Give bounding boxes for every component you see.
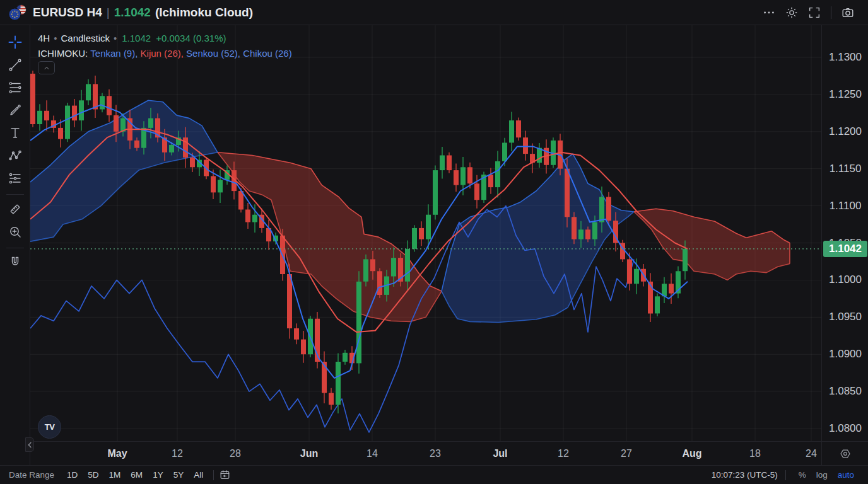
title-divider: |: [102, 6, 114, 19]
legend-last-price: 1.1042: [120, 33, 151, 43]
legend-dot: •: [50, 33, 61, 43]
time-tick: 27: [606, 442, 647, 466]
price-tick: 1.1150: [822, 162, 868, 176]
time-tick: 14: [352, 442, 392, 466]
drawing-toolbar: [0, 25, 30, 484]
legend-ichimoku-component: Chikou (26): [240, 48, 292, 59]
range-button-5d[interactable]: 5D: [83, 468, 103, 481]
time-tick: 12: [543, 442, 584, 466]
time-axis[interactable]: May1228Jun1423Jul1227Aug1824: [30, 441, 821, 465]
zoom-in-tool-icon[interactable]: [4, 221, 26, 243]
footer-divider: [213, 470, 214, 480]
camera-snapshot-icon[interactable]: [836, 4, 859, 21]
range-button-6m[interactable]: 6M: [126, 468, 148, 481]
footer-ranges: Date Range 1D5D1M6M1Y5YAll: [9, 469, 231, 481]
legend-ichimoku-component: Kijun (26),: [138, 48, 184, 59]
title-last-price: 1.1042: [114, 6, 151, 19]
time-tick: 12: [157, 442, 197, 466]
range-buttons: 1D5D1M6M1Y5YAll: [62, 470, 208, 480]
legend-indicator-row[interactable]: ICHIMOKU: Tenkan (9), Kijun (26), Senkou…: [38, 45, 292, 60]
chart-title: EURUSD H4|1.1042(Ichimoku Cloud): [33, 6, 253, 20]
tradingview-chart-app: EURUSD H4|1.1042(Ichimoku Cloud): [0, 0, 868, 484]
footer-divider: [785, 470, 786, 480]
time-tick: Jun: [289, 442, 329, 466]
quick-settings-hexagon-icon[interactable]: [838, 447, 852, 461]
legend-symbol-row[interactable]: 4H • Candlestick • 1.1042 +0.0034 (0.31%…: [38, 30, 292, 45]
symbol-name[interactable]: EURUSD H4: [33, 6, 102, 19]
fib-retracement-tool-icon[interactable]: [4, 77, 26, 98]
price-tick: 1.1200: [822, 125, 868, 139]
legend-collapse-button[interactable]: [38, 61, 55, 74]
time-tick: 28: [215, 442, 255, 466]
legend-change: +0.0034 (0.31%): [155, 33, 226, 43]
ruler-tool-icon[interactable]: [4, 199, 26, 220]
tradingview-logo[interactable]: TV: [38, 415, 61, 439]
header-actions: [758, 4, 859, 21]
toolbar-collapse-tab[interactable]: [25, 437, 34, 452]
trend-line-tool-icon[interactable]: [4, 54, 26, 76]
magnet-tool-icon[interactable]: [4, 252, 26, 274]
fullscreen-icon[interactable]: [803, 4, 826, 21]
time-tick: Aug: [672, 442, 712, 466]
legend-dot: •: [110, 33, 120, 43]
xabcd-pattern-tool-icon[interactable]: [4, 145, 26, 166]
legend-indicator-name: ICHIMOKU:: [38, 48, 88, 59]
forecast-tool-icon[interactable]: [4, 168, 26, 189]
eurusd-pair-flag-icon: [8, 4, 28, 21]
toolbar-divider: [6, 194, 24, 195]
time-tick: Jul: [480, 442, 520, 466]
date-range-label[interactable]: Date Range: [9, 470, 54, 480]
range-button-1d[interactable]: 1D: [62, 468, 83, 481]
current-price-label: 1.1042: [823, 241, 867, 257]
price-tick: 1.1100: [822, 199, 868, 213]
time-tick: 23: [415, 442, 455, 466]
footer-scales: 10:07:23 (UTC-5) % log auto: [712, 469, 859, 481]
more-options-icon[interactable]: [758, 4, 780, 21]
legend-chart-type: Candlestick: [61, 33, 110, 43]
log-scale-button[interactable]: log: [811, 469, 833, 481]
auto-scale-button[interactable]: auto: [833, 469, 859, 481]
brush-tool-icon[interactable]: [4, 100, 26, 121]
clock[interactable]: 10:07:23 (UTC-5): [712, 470, 778, 480]
chart-plot-area[interactable]: 4H • Candlestick • 1.1042 +0.0034 (0.31%…: [30, 25, 821, 441]
time-tick: May: [97, 442, 138, 466]
text-tool-icon[interactable]: [4, 122, 26, 144]
candlestick-ichimoku-chart[interactable]: [30, 25, 821, 441]
chart-legend: 4H • Candlestick • 1.1042 +0.0034 (0.31%…: [38, 30, 292, 60]
price-tick: 1.0850: [822, 384, 868, 398]
price-tick: 1.0900: [822, 347, 868, 361]
header-divider: [831, 6, 831, 19]
range-button-1y[interactable]: 1Y: [148, 468, 168, 481]
price-tick: 1.1300: [822, 50, 868, 64]
legend-ichimoku-component: Tenkan (9),: [88, 48, 138, 59]
price-tick: 1.1000: [822, 273, 868, 287]
legend-timeframe: 4H: [38, 33, 50, 43]
axis-corner: [821, 441, 868, 465]
toolbar-divider: [6, 248, 24, 248]
price-tick: 1.0950: [822, 310, 868, 324]
legend-ichimoku-component: Senkou (52),: [184, 48, 240, 59]
header-bar: EURUSD H4|1.1042(Ichimoku Cloud): [0, 0, 868, 25]
title-study-name: (Ichimoku Cloud): [151, 6, 253, 19]
range-button-5y[interactable]: 5Y: [168, 468, 189, 481]
price-tick: 1.0800: [822, 422, 868, 435]
range-button-all[interactable]: All: [189, 468, 208, 481]
time-tick: 18: [735, 442, 775, 466]
percent-scale-button[interactable]: %: [794, 469, 811, 481]
go-to-date-calendar-icon[interactable]: [219, 469, 231, 481]
footer-bar: Date Range 1D5D1M6M1Y5YAll 10:07:23 (UTC…: [0, 465, 868, 484]
price-axis[interactable]: 1.13001.12501.12001.11501.11001.10501.10…: [821, 25, 868, 441]
range-button-1m[interactable]: 1M: [104, 468, 126, 481]
crosshair-tool-icon[interactable]: [4, 32, 26, 53]
settings-gear-icon[interactable]: [780, 4, 803, 21]
price-tick: 1.1250: [822, 88, 868, 101]
